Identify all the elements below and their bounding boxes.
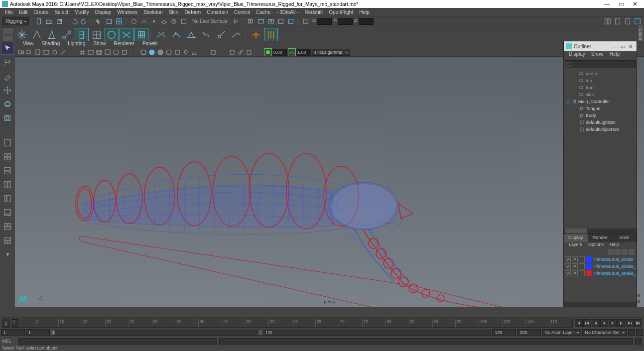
play-back-button[interactable]: [600, 319, 608, 327]
vp-smooth-wire[interactable]: [148, 48, 156, 56]
outliner-tree[interactable]: persp top front side +Main_Controller To…: [564, 69, 637, 229]
vp-exposure-icon[interactable]: [264, 48, 272, 56]
outliner-item-tongue[interactable]: Tongue: [564, 105, 637, 112]
snap-point-button[interactable]: [149, 17, 158, 26]
range-end[interactable]: 120: [492, 329, 516, 336]
menu-select[interactable]: Select: [51, 9, 71, 15]
snap-plane-button[interactable]: [159, 17, 168, 26]
vp-isolate[interactable]: [209, 48, 217, 56]
shelf-constraint-4-button[interactable]: [199, 28, 213, 42]
layout-more-button[interactable]: ▾: [1, 248, 14, 261]
step-back-key-button[interactable]: [583, 319, 591, 327]
play-forward-button[interactable]: [609, 319, 617, 327]
move-tool[interactable]: [1, 84, 14, 97]
select-component-button[interactable]: [115, 17, 124, 26]
vp-image-plane[interactable]: [42, 48, 50, 56]
range-handle-end[interactable]: 120: [258, 330, 262, 335]
x-field[interactable]: [317, 18, 332, 25]
layout-outliner-button[interactable]: [1, 192, 14, 205]
vp-exposure-value[interactable]: 0.00: [272, 49, 287, 56]
outliner-menu-display[interactable]: Display: [566, 51, 588, 59]
vp-menu-renderer[interactable]: Renderer: [110, 41, 138, 48]
render-button[interactable]: [257, 17, 265, 26]
shelf-lattice-button[interactable]: [30, 28, 44, 42]
layer-name[interactable]: Trimeresurus_snake_bo: [593, 264, 636, 269]
outliner-item-defaultobjectset[interactable]: defaultObjectSet: [564, 126, 637, 133]
outliner-item-persp[interactable]: persp: [564, 70, 637, 77]
menu-windows[interactable]: Windows: [114, 9, 140, 15]
outliner-item-main-controller[interactable]: +Main_Controller: [564, 98, 637, 105]
range-track[interactable]: 1 120: [51, 330, 491, 336]
outliner-scrollbar[interactable]: [564, 229, 637, 234]
vp-grid[interactable]: [78, 48, 86, 56]
menu-edit[interactable]: Edit: [16, 9, 30, 15]
current-frame-field[interactable]: 1: [2, 319, 10, 328]
shelf-constraint-6-button[interactable]: [229, 28, 243, 42]
layout-single-button[interactable]: [1, 136, 14, 149]
vp-select-camera[interactable]: [17, 48, 25, 56]
layout-graph-1-button[interactable]: [1, 220, 14, 233]
outliner-close[interactable]: ✕: [627, 44, 635, 49]
script-language[interactable]: MEL: [2, 339, 16, 344]
vp-menu-show[interactable]: Show: [89, 41, 110, 48]
vp-resolution-gate[interactable]: [95, 48, 103, 56]
script-editor-button[interactable]: [635, 338, 642, 345]
vp-wireframe[interactable]: [139, 48, 147, 56]
vp-gamma-value[interactable]: 1.00: [296, 49, 311, 56]
menu-deform[interactable]: Deform: [181, 9, 204, 15]
layer-move-up[interactable]: [608, 249, 614, 255]
vp-lights[interactable]: [182, 48, 190, 56]
vp-xray-components[interactable]: [245, 48, 253, 56]
menu-control[interactable]: Control: [231, 9, 253, 15]
viewport-3d[interactable]: persp Symmetry:Off Soft Select:Off: [15, 57, 644, 307]
shelf-constraint-3-button[interactable]: [184, 28, 198, 42]
shelf-tabs-toggle[interactable]: [2, 27, 14, 42]
hypershade-button[interactable]: [286, 17, 295, 26]
sidebar-tool-button[interactable]: [623, 17, 632, 26]
z-field[interactable]: [359, 18, 374, 25]
layer-playback-toggle[interactable]: P: [572, 263, 578, 269]
vp-shadows[interactable]: [190, 48, 198, 56]
select-tool[interactable]: [1, 42, 14, 55]
vp-lock-camera[interactable]: [25, 48, 33, 56]
outliner-titlebar[interactable]: Outliner — ▭ ✕: [564, 41, 637, 51]
layer-color-swatch[interactable]: [586, 263, 592, 269]
layer-new-empty[interactable]: [622, 249, 628, 255]
vp-film-gate[interactable]: [87, 48, 95, 56]
go-to-start-button[interactable]: [575, 319, 583, 327]
vp-gamma-icon[interactable]: [288, 48, 296, 56]
step-forward-button[interactable]: [617, 319, 625, 327]
outliner-item-top[interactable]: top: [564, 77, 637, 84]
outliner-item-defaultlightset[interactable]: defaultLightSet: [564, 119, 637, 126]
outliner-minimize[interactable]: —: [611, 44, 619, 49]
menu-file[interactable]: File: [2, 9, 16, 15]
layer-name[interactable]: Trimeresurus_snake_co: [593, 271, 636, 276]
close-button[interactable]: ✕: [628, 0, 642, 7]
shelf-joint-button[interactable]: [60, 28, 74, 42]
menu-help[interactable]: Help: [356, 9, 373, 15]
range-end-outer[interactable]: 200: [517, 329, 541, 336]
menu-display[interactable]: Display: [92, 9, 115, 15]
menu-modify[interactable]: Modify: [71, 9, 92, 15]
scale-tool[interactable]: [1, 112, 14, 124]
shelf-constraint-5-button[interactable]: [214, 28, 228, 42]
anim-prefs-button[interactable]: [636, 329, 643, 336]
y-field[interactable]: [338, 18, 353, 25]
step-back-button[interactable]: [592, 319, 600, 327]
menu-cache[interactable]: Cache: [253, 9, 273, 15]
shelf-blend-button[interactable]: [120, 28, 133, 42]
layer-color-swatch[interactable]: [586, 270, 592, 276]
shelf-quickrig-button[interactable]: [264, 28, 278, 42]
shelf-snap-button[interactable]: [15, 28, 29, 42]
layer-visibility-toggle[interactable]: V: [565, 256, 571, 262]
vp-menu-lighting[interactable]: Lighting: [64, 41, 89, 48]
layer-new-selected[interactable]: [629, 249, 635, 255]
shelf-hik-button[interactable]: [249, 28, 263, 42]
vp-default-material[interactable]: [165, 48, 173, 56]
vp-menu-shading[interactable]: Shading: [38, 41, 64, 48]
menu-openflight[interactable]: OpenFlight: [326, 9, 356, 15]
vp-field-chart[interactable]: [112, 48, 120, 56]
range-handle-start[interactable]: 1: [51, 330, 55, 335]
layer-visibility-toggle[interactable]: V: [565, 263, 571, 269]
vp-gate-mask[interactable]: [104, 48, 112, 56]
